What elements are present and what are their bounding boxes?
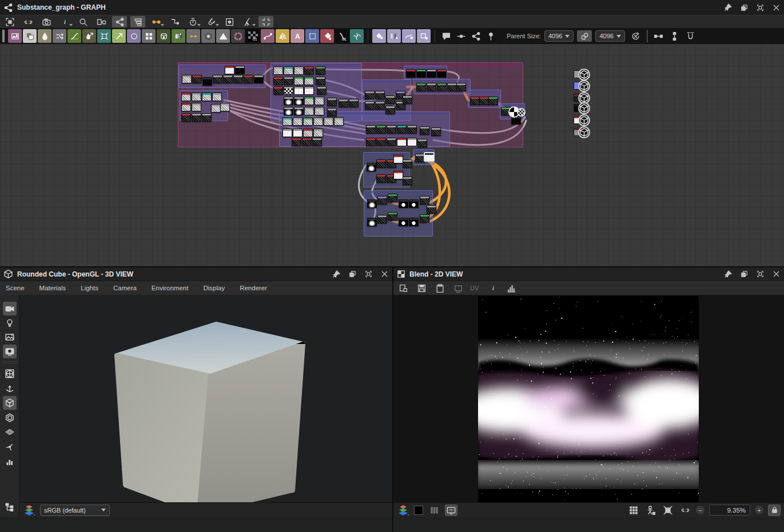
shape-node[interactable] — [127, 29, 141, 43]
graph-node[interactable] — [367, 163, 376, 171]
graph-node[interactable] — [312, 138, 322, 146]
channels-icon[interactable] — [428, 505, 440, 516]
graph-node[interactable] — [365, 101, 375, 110]
graph-node[interactable] — [313, 117, 323, 126]
graph-node[interactable] — [293, 117, 303, 126]
graph-node[interactable] — [303, 117, 313, 126]
float-panel-button[interactable] — [348, 270, 357, 279]
bitmap-node[interactable] — [8, 29, 22, 43]
graph-node[interactable] — [339, 99, 348, 107]
close-panel-button[interactable] — [771, 3, 781, 12]
background-color-swatch[interactable] — [414, 506, 423, 515]
save-image-button[interactable] — [415, 282, 428, 294]
snap-align-button[interactable] — [683, 30, 698, 42]
graph-node[interactable] — [375, 91, 385, 99]
graph-node[interactable] — [315, 107, 324, 115]
graph-node[interactable] — [397, 138, 407, 146]
graph-node[interactable] — [393, 155, 403, 163]
compute-time-button[interactable] — [185, 16, 200, 27]
graph-node[interactable] — [416, 69, 426, 78]
graph-node[interactable] — [376, 174, 386, 183]
graph-node[interactable] — [181, 93, 191, 101]
graph-node[interactable] — [407, 125, 417, 134]
graph-node[interactable] — [293, 129, 303, 137]
connection-style-button[interactable] — [167, 16, 182, 27]
view-in-3d-badge[interactable] — [578, 114, 590, 126]
graph-node[interactable] — [387, 138, 396, 146]
graph-node[interactable] — [273, 86, 283, 95]
transform-node[interactable] — [97, 29, 111, 43]
graph-node[interactable] — [294, 97, 304, 105]
graph-node[interactable] — [417, 139, 427, 147]
fit-all-button[interactable] — [2, 16, 17, 27]
view-in-3d-badge[interactable] — [578, 80, 590, 92]
maximize-panel-button[interactable] — [364, 270, 373, 279]
graph-node[interactable] — [282, 117, 292, 126]
graph-node[interactable] — [399, 199, 408, 208]
graph-node[interactable] — [317, 86, 327, 95]
clean-graph-button[interactable] — [240, 16, 255, 27]
graph-node[interactable] — [399, 218, 408, 226]
histogram-scan-node[interactable] — [216, 29, 230, 43]
menu-camera[interactable]: Camera — [113, 285, 137, 291]
graph-node[interactable] — [365, 91, 375, 99]
colorspace-select[interactable]: sRGB (default) — [40, 505, 110, 516]
distribute-vertical-button[interactable] — [667, 30, 682, 42]
histogram-button[interactable] — [505, 282, 518, 294]
menu-lights[interactable]: Lights — [81, 285, 98, 291]
menu-renderer[interactable]: Renderer — [240, 285, 267, 291]
menu-display[interactable]: Display — [203, 285, 225, 291]
maximize-panel-button[interactable] — [755, 3, 765, 12]
environment-tool-button[interactable] — [3, 330, 17, 344]
graph-node[interactable] — [437, 83, 447, 91]
graph-node[interactable] — [213, 75, 222, 83]
graph-node[interactable] — [431, 127, 441, 136]
graph-end-node-2d[interactable] — [517, 108, 526, 117]
snap-to-grid-button[interactable] — [258, 16, 273, 27]
graph-node[interactable] — [427, 83, 436, 91]
graph-node[interactable] — [233, 75, 243, 83]
search-button[interactable] — [75, 16, 90, 27]
physical-size-icon[interactable] — [644, 505, 657, 516]
graph-node[interactable] — [377, 196, 387, 205]
graph-node[interactable] — [254, 75, 264, 83]
graph-node[interactable] — [437, 69, 447, 78]
graph-tools-button[interactable] — [204, 16, 218, 27]
graph-node[interactable] — [427, 69, 436, 78]
graph-node[interactable] — [385, 106, 395, 114]
graph-node[interactable] — [488, 97, 498, 105]
graph-node[interactable] — [304, 66, 314, 75]
safe-transform-node[interactable] — [112, 29, 126, 43]
link-size-button[interactable] — [577, 30, 592, 42]
graph-node[interactable] — [273, 77, 283, 85]
graph-node[interactable] — [292, 138, 301, 146]
graph-node[interactable] — [420, 214, 429, 223]
graph-node[interactable] — [313, 129, 323, 137]
scene-plane-button[interactable] — [3, 425, 17, 439]
height-blend-node[interactable] — [157, 29, 170, 43]
uv-overlay-select[interactable]: UV — [470, 285, 481, 291]
graph-node[interactable] — [470, 97, 480, 105]
graph-node[interactable] — [349, 99, 359, 107]
scene-stats-button[interactable] — [3, 454, 17, 468]
pixel-processor-node[interactable] — [186, 29, 200, 43]
graph-node[interactable] — [403, 159, 412, 168]
graph-node[interactable] — [367, 199, 377, 208]
graph-node[interactable] — [192, 103, 201, 111]
graph-node[interactable] — [388, 212, 397, 221]
shape-gradient-node[interactable] — [201, 29, 215, 43]
graph-node[interactable] — [409, 218, 419, 226]
subgraph-node[interactable] — [469, 29, 483, 43]
graph-node[interactable] — [192, 93, 201, 101]
zoom-out-button[interactable]: − — [696, 506, 705, 514]
graph-node[interactable] — [284, 97, 293, 105]
layers-icon[interactable] — [397, 505, 409, 516]
graph-node[interactable] — [316, 77, 325, 85]
graph-node[interactable] — [304, 86, 314, 95]
link-creation-mode-button[interactable] — [149, 16, 164, 27]
crop-node[interactable] — [305, 29, 319, 43]
graph-node[interactable] — [294, 86, 304, 95]
graph-node[interactable] — [315, 97, 324, 105]
reset-size-button[interactable] — [628, 30, 643, 42]
graph-node[interactable] — [366, 138, 376, 146]
